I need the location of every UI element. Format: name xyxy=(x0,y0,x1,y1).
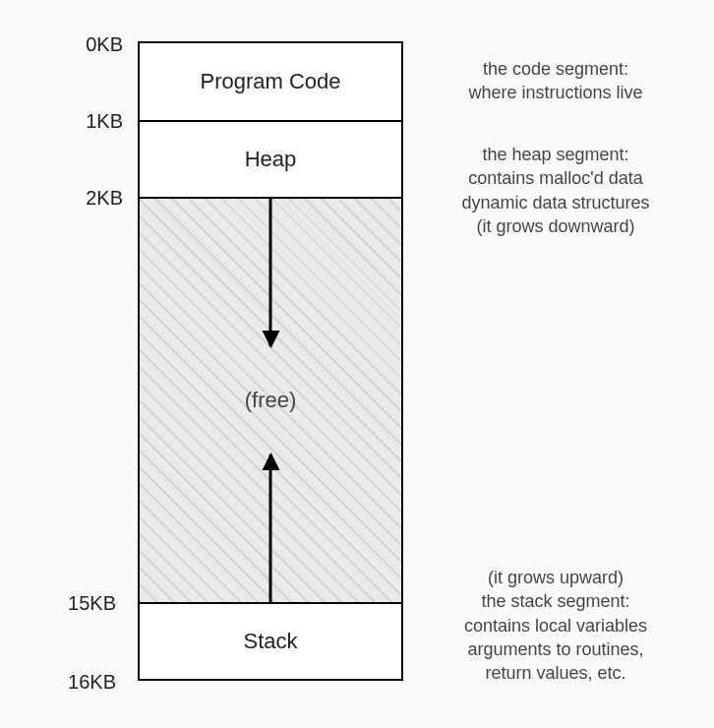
desc-heap-line1: the heap segment: xyxy=(423,143,688,166)
desc-stack-line2: the stack segment: xyxy=(423,589,688,613)
desc-heap-line2: contains malloc'd data xyxy=(423,166,688,190)
desc-stack-line4: arguments to routines, xyxy=(423,637,688,661)
heap-grows-down-arrow xyxy=(269,199,272,346)
segment-heap: Heap xyxy=(140,120,401,197)
desc-heap-line3: dynamic data structures xyxy=(423,191,688,214)
desc-code-line2: where instructions live xyxy=(423,81,688,104)
addr-2kb: 2KB xyxy=(44,187,123,210)
addr-1kb: 1KB xyxy=(44,110,123,133)
addr-16kb: 16KB xyxy=(37,671,116,694)
memory-layout-diagram: 0KB 1KB 2KB 15KB 16KB Program Code Heap … xyxy=(0,0,714,728)
addr-15kb: 15KB xyxy=(37,592,116,615)
address-space-box: Program Code Heap (free) Stack xyxy=(138,41,403,681)
free-label: (free) xyxy=(245,388,297,413)
desc-heap: the heap segment: contains malloc'd data… xyxy=(423,143,688,238)
segment-stack: Stack xyxy=(140,602,401,679)
stack-grows-up-arrow xyxy=(269,455,272,602)
desc-code-line1: the code segment: xyxy=(423,57,688,81)
desc-stack-line3: contains local variables xyxy=(423,614,688,637)
segment-code: Program Code xyxy=(140,43,401,120)
addr-0kb: 0KB xyxy=(44,33,123,56)
desc-stack: (it grows upward) the stack segment: con… xyxy=(423,566,688,685)
desc-heap-line4: (it grows downward) xyxy=(423,214,688,238)
desc-stack-line5: return values, etc. xyxy=(423,661,688,685)
desc-stack-line1: (it grows upward) xyxy=(423,566,688,589)
desc-code: the code segment: where instructions liv… xyxy=(423,57,688,105)
segment-free: (free) xyxy=(140,197,401,602)
